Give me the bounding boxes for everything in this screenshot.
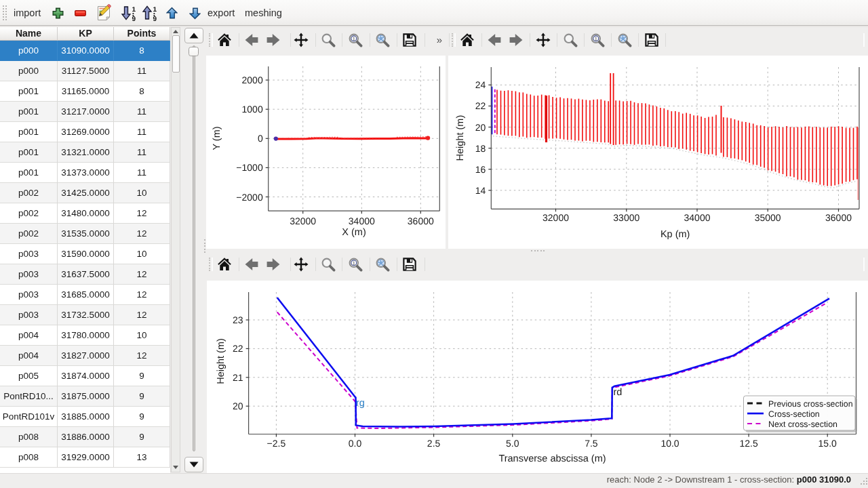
svg-text:Transverse abscissa (m): Transverse abscissa (m) (498, 453, 606, 464)
svg-text:23: 23 (233, 314, 243, 325)
svg-text:33000: 33000 (613, 212, 639, 223)
svg-text:24: 24 (475, 79, 486, 90)
svg-text:0: 0 (258, 133, 263, 144)
svg-text:22: 22 (233, 343, 243, 354)
svg-text:−2000: −2000 (236, 192, 263, 203)
svg-text:16: 16 (475, 164, 486, 175)
svg-text:5.0: 5.0 (506, 438, 519, 449)
svg-text:20: 20 (475, 122, 486, 133)
svg-text:15.0: 15.0 (818, 438, 837, 449)
svg-text:1: 1 (132, 6, 136, 14)
svg-text:Previous cross-section: Previous cross-section (768, 399, 853, 409)
svg-text:36000: 36000 (408, 216, 434, 226)
svg-text:18: 18 (475, 143, 486, 154)
svg-text:1: 1 (153, 6, 157, 14)
svg-text:0.0: 0.0 (349, 438, 362, 449)
svg-text:Kp (m): Kp (m) (660, 229, 690, 240)
svg-text:22: 22 (475, 100, 486, 111)
svg-text:1000: 1000 (242, 104, 263, 115)
svg-text:Height (m): Height (m) (216, 338, 226, 384)
svg-text:1: 1 (595, 36, 597, 42)
svg-text:10.0: 10.0 (660, 438, 679, 449)
svg-text:2.5: 2.5 (427, 438, 441, 449)
svg-text:21: 21 (233, 372, 243, 383)
svg-text:Y (m): Y (m) (212, 126, 222, 150)
svg-text:32000: 32000 (542, 212, 569, 223)
svg-text:1: 1 (353, 260, 355, 266)
svg-text:Next cross-section: Next cross-section (768, 420, 837, 429)
svg-text:14: 14 (475, 185, 486, 196)
svg-text:rg: rg (356, 398, 365, 409)
svg-text:1: 1 (353, 36, 355, 42)
svg-text:Height (m): Height (m) (455, 115, 466, 161)
svg-text:−1000: −1000 (236, 162, 263, 173)
svg-text:35000: 35000 (755, 212, 781, 223)
svg-text:12.5: 12.5 (739, 438, 757, 449)
svg-text:20: 20 (233, 401, 243, 411)
svg-text:rd: rd (614, 387, 623, 398)
svg-text:34000: 34000 (684, 212, 711, 223)
svg-text:34000: 34000 (349, 216, 375, 226)
svg-text:Cross-section: Cross-section (768, 409, 820, 419)
svg-text:36000: 36000 (825, 212, 852, 223)
svg-text:32000: 32000 (290, 216, 316, 226)
svg-text:9: 9 (153, 16, 157, 22)
svg-text:−2.5: −2.5 (267, 438, 286, 449)
svg-text:9: 9 (132, 16, 136, 22)
svg-text:X (m): X (m) (342, 227, 366, 238)
svg-text:7.5: 7.5 (585, 438, 598, 449)
svg-text:2000: 2000 (242, 75, 263, 85)
